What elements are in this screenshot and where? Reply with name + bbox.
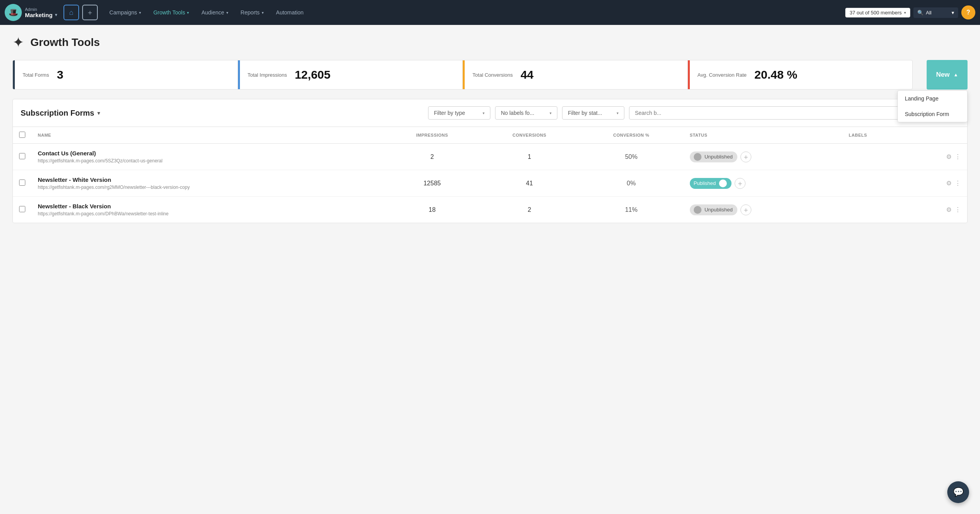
row-impressions: 2 [384,144,480,170]
row-impressions: 18 [384,197,480,223]
nav-item-campaigns[interactable]: Campaigns ▾ [104,6,146,19]
th-status: STATUS [684,127,843,144]
nav-item-audience[interactable]: Audience ▾ [196,6,233,19]
table-container: Subscription Forms ▾ Filter by type ▾ No… [12,99,968,223]
th-actions [909,127,967,144]
settings-icon[interactable]: ⚙ [946,206,952,213]
add-button[interactable]: ＋ [82,5,98,20]
table-row: Newsletter - Black Version https://getfi… [13,197,967,223]
page-content: ✦ Growth Tools Total Forms 3 Total [0,25,980,232]
row-actions-cell: ⚙ ⋮ [909,144,967,170]
stat-inner-forms: Total Forms 3 [15,60,238,89]
dropdown-item-landing-page[interactable]: Landing Page [898,91,967,106]
row-actions-cell: ⚙ ⋮ [909,197,967,223]
search-input[interactable] [926,10,949,16]
page-title: Growth Tools [30,36,100,49]
row-name: Contact Us (General) [38,150,378,157]
row-conversions: 41 [480,170,579,197]
status-toggle[interactable]: Unpublished [690,204,737,215]
table-toolbar: Subscription Forms ▾ Filter by type ▾ No… [13,99,967,127]
row-status-cell: Published ＋ [684,170,843,197]
row-checkbox[interactable] [19,206,25,212]
campaigns-caret-icon: ▾ [139,11,141,15]
help-button[interactable]: ? [961,5,975,19]
stats-bar: Total Forms 3 Total Impressions 12,605 [12,60,913,90]
filter-status-label: Filter by stat... [568,110,602,116]
stat-value-impressions: 12,605 [295,68,331,81]
stat-total-impressions: Total Impressions 12,605 [238,60,463,89]
status-toggle[interactable]: Published [690,178,731,189]
more-options-icon[interactable]: ⋮ [955,206,961,213]
filter-labels-label: No labels fo... [501,110,534,116]
row-status-cell: Unpublished ＋ [684,197,843,223]
row-name: Newsletter - Black Version [38,203,378,209]
home-button[interactable]: ⌂ [63,5,79,20]
row-actions: ⚙ ⋮ [915,206,961,213]
settings-icon[interactable]: ⚙ [946,180,952,187]
filter-labels-select[interactable]: No labels fo... ▾ [495,106,557,120]
filter-labels-caret-icon: ▾ [550,111,552,115]
row-url: https://getfishtank.m-pages.com/DPhBWa/n… [38,211,378,217]
stat-total-forms: Total Forms 3 [13,60,238,89]
toggle-circle [694,153,702,161]
nav-item-reports[interactable]: Reports ▾ [235,6,269,19]
nav-right: 37 out of 500 members ▾ 🔍 ▾ ? [845,5,975,19]
new-dropdown-menu: Landing Page Subscription Form [897,90,968,122]
row-impressions: 12585 [384,170,480,197]
more-options-icon[interactable]: ⋮ [955,180,961,187]
dropdown-item-subscription-form[interactable]: Subscription Form [898,106,967,122]
row-name-cell: Newsletter - White Version https://getfi… [32,170,384,197]
add-label-button[interactable]: ＋ [735,178,746,189]
data-table: NAME IMPRESSIONS CONVERSIONS CONVERSION … [13,127,967,223]
brand-selector[interactable]: Admin Marketing ▾ [25,7,57,18]
avatar[interactable]: 🎩 [5,4,22,21]
nav-item-automation[interactable]: Automation [271,6,309,19]
row-labels-cell [843,144,909,170]
stat-label-rate: Avg. Conversion Rate [698,72,747,78]
search-icon: 🔍 [917,10,924,16]
row-actions-cell: ⚙ ⋮ [909,170,967,197]
nav-item-growth-tools[interactable]: Growth Tools ▾ [148,6,194,19]
reports-caret-icon: ▾ [262,11,264,15]
subscription-forms-select[interactable]: Subscription Forms ▾ [21,109,100,118]
row-status-cell: Unpublished ＋ [684,144,843,170]
select-all-checkbox[interactable] [19,132,25,138]
admin-label: Admin [25,7,57,12]
status-label: Published [694,180,716,186]
status-toggle-wrapper: Unpublished ＋ [690,204,836,215]
row-conversion-pct: 11% [579,197,684,223]
th-conversions: CONVERSIONS [480,127,579,144]
row-conversions: 2 [480,197,579,223]
nav-search-box[interactable]: 🔍 ▾ [913,7,958,18]
more-options-icon[interactable]: ⋮ [955,153,961,160]
filter-status-select[interactable]: Filter by stat... ▾ [562,106,624,120]
add-label-button[interactable]: ＋ [740,151,751,162]
row-checkbox[interactable] [19,153,25,159]
status-toggle[interactable]: Unpublished [690,151,737,162]
filter-type-select[interactable]: Filter by type ▾ [428,106,490,120]
row-name-cell: Newsletter - Black Version https://getfi… [32,197,384,223]
row-labels-cell [843,170,909,197]
table-row: Contact Us (General) https://getfishtank… [13,144,967,170]
row-url: https://getfishtank.m-pages.com/rg2MMO/n… [38,185,378,190]
new-button[interactable]: New ▲ [927,60,968,90]
row-actions: ⚙ ⋮ [915,153,961,160]
add-label-button[interactable]: ＋ [740,204,751,215]
row-checkbox[interactable] [19,180,25,186]
row-checkbox-cell [13,144,32,170]
status-toggle-wrapper: Published ＋ [690,178,836,189]
th-impressions: IMPRESSIONS [384,127,480,144]
settings-icon[interactable]: ⚙ [946,153,952,160]
members-count: 37 out of 500 members [850,10,902,16]
row-conversion-pct: 0% [579,170,684,197]
stat-total-conversions: Total Conversions 44 [463,60,688,89]
nav-items: Campaigns ▾ Growth Tools ▾ Audience ▾ Re… [104,6,842,19]
toggle-circle [719,180,727,187]
th-checkbox [13,127,32,144]
row-url: https://getfishtank.m-pages.com/5SZ3Qz/c… [38,158,378,164]
stat-label-impressions: Total Impressions [248,72,287,78]
growth-tools-caret-icon: ▾ [187,11,189,15]
row-actions: ⚙ ⋮ [915,180,961,187]
members-caret-icon: ▾ [904,11,906,15]
members-badge[interactable]: 37 out of 500 members ▾ [845,8,910,18]
